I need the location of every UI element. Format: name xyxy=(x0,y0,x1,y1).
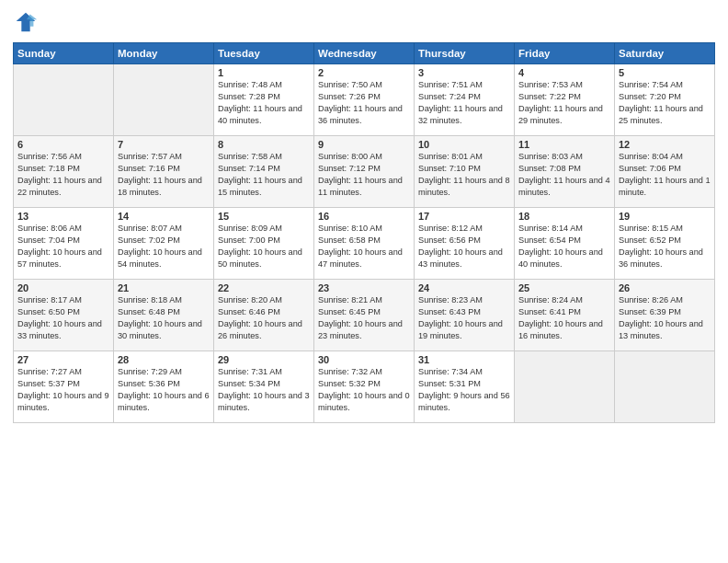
week-row-3: 13Sunrise: 8:06 AMSunset: 7:04 PMDayligh… xyxy=(14,208,715,280)
day-info: Sunrise: 7:58 AMSunset: 7:14 PMDaylight:… xyxy=(218,151,310,199)
calendar-body: 1Sunrise: 7:48 AMSunset: 7:28 PMDaylight… xyxy=(14,64,715,423)
day-header-thursday: Thursday xyxy=(415,43,515,64)
day-info: Sunrise: 8:07 AMSunset: 7:02 PMDaylight:… xyxy=(118,223,210,270)
day-number: 28 xyxy=(118,354,210,365)
calendar-cell: 15Sunrise: 8:09 AMSunset: 7:00 PMDayligh… xyxy=(214,208,314,280)
day-header-wednesday: Wednesday xyxy=(314,43,415,64)
calendar-cell: 20Sunrise: 8:17 AMSunset: 6:50 PMDayligh… xyxy=(14,280,114,351)
day-header-sunday: Sunday xyxy=(14,43,114,64)
day-info: Sunrise: 7:51 AMSunset: 7:24 PMDaylight:… xyxy=(418,79,510,127)
day-info: Sunrise: 7:56 AMSunset: 7:18 PMDaylight:… xyxy=(17,151,109,199)
day-header-friday: Friday xyxy=(515,43,615,64)
day-number: 19 xyxy=(619,211,711,222)
calendar-cell: 16Sunrise: 8:10 AMSunset: 6:58 PMDayligh… xyxy=(314,208,415,280)
day-number: 5 xyxy=(619,67,711,78)
day-header-saturday: Saturday xyxy=(615,43,715,64)
calendar-cell: 26Sunrise: 8:26 AMSunset: 6:39 PMDayligh… xyxy=(615,280,715,351)
calendar-cell: 8Sunrise: 7:58 AMSunset: 7:14 PMDaylight… xyxy=(214,136,314,208)
calendar-cell: 1Sunrise: 7:48 AMSunset: 7:28 PMDaylight… xyxy=(214,64,314,136)
day-number: 26 xyxy=(619,282,711,293)
day-info: Sunrise: 8:12 AMSunset: 6:56 PMDaylight:… xyxy=(418,223,510,270)
day-info: Sunrise: 7:29 AMSunset: 5:36 PMDaylight:… xyxy=(118,366,210,414)
calendar-cell: 23Sunrise: 8:21 AMSunset: 6:45 PMDayligh… xyxy=(314,280,415,351)
day-number: 11 xyxy=(518,139,610,150)
header xyxy=(13,9,715,35)
week-row-1: 1Sunrise: 7:48 AMSunset: 7:28 PMDaylight… xyxy=(14,64,715,136)
calendar-cell: 22Sunrise: 8:20 AMSunset: 6:46 PMDayligh… xyxy=(214,280,314,351)
calendar-cell: 30Sunrise: 7:32 AMSunset: 5:32 PMDayligh… xyxy=(314,351,415,423)
day-info: Sunrise: 8:00 AMSunset: 7:12 PMDaylight:… xyxy=(318,151,410,199)
calendar-cell xyxy=(515,351,615,423)
week-row-2: 6Sunrise: 7:56 AMSunset: 7:18 PMDaylight… xyxy=(14,136,715,208)
day-info: Sunrise: 7:50 AMSunset: 7:26 PMDaylight:… xyxy=(318,79,410,127)
day-number: 9 xyxy=(318,139,410,150)
day-info: Sunrise: 8:18 AMSunset: 6:48 PMDaylight:… xyxy=(118,294,210,342)
calendar-table: SundayMondayTuesdayWednesdayThursdayFrid… xyxy=(13,42,715,423)
calendar-cell: 7Sunrise: 7:57 AMSunset: 7:16 PMDaylight… xyxy=(114,136,214,208)
week-row-5: 27Sunrise: 7:27 AMSunset: 5:37 PMDayligh… xyxy=(14,351,715,423)
day-number: 20 xyxy=(17,282,109,293)
day-number: 1 xyxy=(218,67,310,78)
day-number: 22 xyxy=(218,282,310,293)
calendar-cell: 5Sunrise: 7:54 AMSunset: 7:20 PMDaylight… xyxy=(615,64,715,136)
calendar-cell: 21Sunrise: 8:18 AMSunset: 6:48 PMDayligh… xyxy=(114,280,214,351)
main-container: SundayMondayTuesdayWednesdayThursdayFrid… xyxy=(0,0,728,431)
calendar-cell: 28Sunrise: 7:29 AMSunset: 5:36 PMDayligh… xyxy=(114,351,214,423)
calendar-cell: 25Sunrise: 8:24 AMSunset: 6:41 PMDayligh… xyxy=(515,280,615,351)
calendar-cell: 29Sunrise: 7:31 AMSunset: 5:34 PMDayligh… xyxy=(214,351,314,423)
day-info: Sunrise: 8:04 AMSunset: 7:06 PMDaylight:… xyxy=(619,151,711,199)
day-info: Sunrise: 7:34 AMSunset: 5:31 PMDaylight:… xyxy=(418,366,510,414)
calendar-cell: 6Sunrise: 7:56 AMSunset: 7:18 PMDaylight… xyxy=(14,136,114,208)
calendar-cell: 13Sunrise: 8:06 AMSunset: 7:04 PMDayligh… xyxy=(14,208,114,280)
day-info: Sunrise: 7:31 AMSunset: 5:34 PMDaylight:… xyxy=(218,366,310,414)
day-info: Sunrise: 8:26 AMSunset: 6:39 PMDaylight:… xyxy=(619,294,711,342)
day-number: 13 xyxy=(17,211,109,222)
calendar-header: SundayMondayTuesdayWednesdayThursdayFrid… xyxy=(14,43,715,64)
day-number: 18 xyxy=(518,211,610,222)
header-row: SundayMondayTuesdayWednesdayThursdayFrid… xyxy=(14,43,715,64)
calendar-cell: 4Sunrise: 7:53 AMSunset: 7:22 PMDaylight… xyxy=(515,64,615,136)
day-info: Sunrise: 7:54 AMSunset: 7:20 PMDaylight:… xyxy=(619,79,711,127)
day-info: Sunrise: 8:21 AMSunset: 6:45 PMDaylight:… xyxy=(318,294,410,342)
day-number: 25 xyxy=(518,282,610,293)
day-info: Sunrise: 7:48 AMSunset: 7:28 PMDaylight:… xyxy=(218,79,310,127)
calendar-cell: 9Sunrise: 8:00 AMSunset: 7:12 PMDaylight… xyxy=(314,136,415,208)
day-info: Sunrise: 8:20 AMSunset: 6:46 PMDaylight:… xyxy=(218,294,310,342)
calendar-cell: 31Sunrise: 7:34 AMSunset: 5:31 PMDayligh… xyxy=(415,351,515,423)
day-info: Sunrise: 8:17 AMSunset: 6:50 PMDaylight:… xyxy=(17,294,109,342)
logo-icon xyxy=(13,9,39,35)
day-info: Sunrise: 8:09 AMSunset: 7:00 PMDaylight:… xyxy=(218,223,310,270)
day-number: 29 xyxy=(218,354,310,365)
day-info: Sunrise: 7:53 AMSunset: 7:22 PMDaylight:… xyxy=(518,79,610,127)
day-info: Sunrise: 8:15 AMSunset: 6:52 PMDaylight:… xyxy=(619,223,711,270)
week-row-4: 20Sunrise: 8:17 AMSunset: 6:50 PMDayligh… xyxy=(14,280,715,351)
day-number: 15 xyxy=(218,211,310,222)
calendar-cell: 14Sunrise: 8:07 AMSunset: 7:02 PMDayligh… xyxy=(114,208,214,280)
day-number: 8 xyxy=(218,139,310,150)
day-number: 17 xyxy=(418,211,510,222)
calendar-cell: 19Sunrise: 8:15 AMSunset: 6:52 PMDayligh… xyxy=(615,208,715,280)
calendar-cell: 2Sunrise: 7:50 AMSunset: 7:26 PMDaylight… xyxy=(314,64,415,136)
calendar-cell xyxy=(14,64,114,136)
day-info: Sunrise: 7:32 AMSunset: 5:32 PMDaylight:… xyxy=(318,366,410,414)
day-number: 4 xyxy=(518,67,610,78)
day-number: 14 xyxy=(118,211,210,222)
calendar-cell: 3Sunrise: 7:51 AMSunset: 7:24 PMDaylight… xyxy=(415,64,515,136)
day-header-tuesday: Tuesday xyxy=(214,43,314,64)
calendar-cell xyxy=(114,64,214,136)
day-info: Sunrise: 8:01 AMSunset: 7:10 PMDaylight:… xyxy=(418,151,510,199)
day-number: 12 xyxy=(619,139,711,150)
day-number: 31 xyxy=(418,354,510,365)
day-number: 24 xyxy=(418,282,510,293)
day-number: 3 xyxy=(418,67,510,78)
day-info: Sunrise: 8:14 AMSunset: 6:54 PMDaylight:… xyxy=(518,223,610,270)
day-header-monday: Monday xyxy=(114,43,214,64)
day-info: Sunrise: 8:24 AMSunset: 6:41 PMDaylight:… xyxy=(518,294,610,342)
day-number: 23 xyxy=(318,282,410,293)
day-number: 7 xyxy=(118,139,210,150)
calendar-cell: 10Sunrise: 8:01 AMSunset: 7:10 PMDayligh… xyxy=(415,136,515,208)
calendar-cell: 12Sunrise: 8:04 AMSunset: 7:06 PMDayligh… xyxy=(615,136,715,208)
day-info: Sunrise: 8:03 AMSunset: 7:08 PMDaylight:… xyxy=(518,151,610,199)
day-number: 10 xyxy=(418,139,510,150)
day-info: Sunrise: 8:23 AMSunset: 6:43 PMDaylight:… xyxy=(418,294,510,342)
